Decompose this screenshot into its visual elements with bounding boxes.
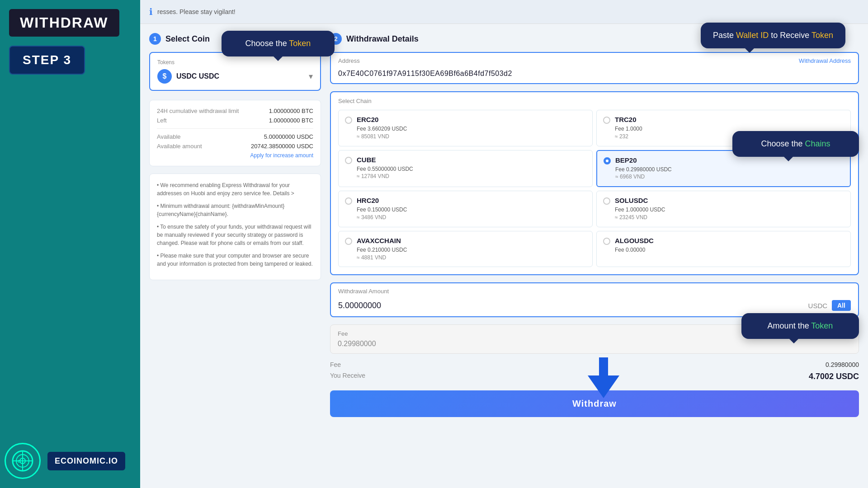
summary-fee-value: 0.29980000 [826, 361, 859, 368]
address-value[interactable]: 0x7E40C0761f97A9115f30EA69Bf6a6B4fd7f503… [331, 67, 858, 83]
chain-info-solusdc: SOLUSDC Fee 1.000000 USDC≈ 23245 VND [615, 197, 844, 221]
available-amount-value: 20742.38500000 USDC [251, 143, 313, 150]
sidebar: WITHDRAW STEP 3 e ECOINOMIC.IO [0, 0, 140, 488]
address-type: Withdrawal Address [799, 57, 851, 64]
left-value: 1.00000000 BTC [269, 117, 313, 124]
tooltip-chains-highlight: Chains [805, 139, 830, 148]
token-name: USDC USDC [176, 72, 219, 80]
radio-solusdc[interactable] [603, 197, 610, 205]
limit-value: 1.00000000 BTC [269, 108, 313, 114]
radio-bep20[interactable] [604, 157, 611, 164]
usdc-icon: $ [157, 69, 172, 84]
receive-value: 4.7002 USDC [809, 372, 859, 381]
address-box: Address Withdrawal Address 0x7E40C0761f9… [330, 52, 859, 84]
svg-text:e: e [18, 458, 20, 464]
withdraw-badge: WITHDRAW [9, 9, 119, 37]
chain-info-cube: CUBE Fee 0.55000000 USDC≈ 12784 VND [357, 156, 586, 181]
available-amount-label: Available amount [157, 143, 202, 150]
chain-item-cube[interactable]: CUBE Fee 0.55000000 USDC≈ 12784 VND [338, 150, 593, 188]
chain-name-bep20: BEP20 [615, 156, 844, 164]
chain-name-cube: CUBE [357, 156, 586, 164]
chain-name-hrc20: HRC20 [357, 197, 586, 204]
available-row: Available 5.00000000 USDC [157, 133, 313, 140]
svg-marker-6 [588, 357, 619, 398]
available-value: 5.00000000 USDC [264, 133, 313, 140]
apply-link[interactable]: Apply for increase amount [157, 152, 313, 159]
available-amount-row: Available amount 20742.38500000 USDC [157, 143, 313, 150]
info-box: • We recommend enabling Express Withdraw… [149, 174, 321, 280]
radio-algousdc[interactable] [603, 238, 610, 245]
chain-name-erc20: ERC20 [357, 116, 586, 123]
chain-fee-cube: Fee 0.55000000 USDC≈ 12784 VND [357, 165, 586, 181]
alert-bar: ℹ resses. Please stay vigilant! [140, 0, 868, 24]
chains-container: Select Chain ERC20 Fee 3.660209 USDC≈ 85… [330, 91, 859, 275]
chain-info-bep20: BEP20 Fee 0.29980000 USDC≈ 6968 VND [615, 156, 844, 181]
chain-name-avaxcchain: AVAXCCHAIN [357, 237, 586, 244]
chain-fee-bep20: Fee 0.29980000 USDC≈ 6968 VND [615, 166, 844, 181]
radio-avaxcchain[interactable] [345, 238, 352, 245]
address-label: Address [338, 57, 360, 64]
token-select-label: Tokens [157, 59, 313, 66]
all-button[interactable]: All [832, 300, 851, 311]
amount-box: Withdrawal Amount 5.00000000 USDC All [330, 282, 859, 317]
chain-item-erc20[interactable]: ERC20 Fee 3.660209 USDC≈ 85081 VND [338, 110, 593, 146]
limit-row: 24H cumulative withdrawal limit 1.000000… [157, 108, 313, 114]
amount-label: Withdrawal Amount [331, 283, 858, 296]
chain-fee-hrc20: Fee 0.150000 USDC≈ 3486 VND [357, 206, 586, 221]
info-text-4: • Please make sure that your computer an… [157, 252, 313, 268]
radio-trc20[interactable] [603, 117, 610, 124]
alert-text: resses. Please stay vigilant! [157, 8, 236, 15]
radio-hrc20[interactable] [345, 197, 352, 205]
tooltip-amount-token: Amount the Token [741, 313, 859, 339]
chain-name-algousdc: ALGOUSDC [615, 237, 844, 244]
summary-fee-label: Fee [330, 361, 341, 368]
tooltip-amount-highlight: Token [811, 321, 833, 330]
tooltip-token-highlight2: Token [811, 31, 833, 40]
left-label: Left [157, 117, 167, 124]
chain-name-trc20: TRC20 [615, 116, 844, 123]
fee-display-value: 0.29980000 [338, 340, 851, 348]
main-content: ℹ resses. Please stay vigilant! 1 Select… [140, 0, 868, 488]
select-coin-label: Select Coin [165, 34, 210, 44]
logo-icon: e [5, 443, 41, 479]
amount-currency: USDC [808, 302, 828, 310]
token-select-box[interactable]: Tokens $ USDC USDC ▾ [149, 52, 321, 91]
radio-erc20[interactable] [345, 117, 352, 124]
logo-area: e ECOINOMIC.IO [5, 443, 125, 479]
amount-value[interactable]: 5.00000000 [338, 301, 804, 310]
stats-box: 24H cumulative withdrawal limit 1.000000… [149, 100, 321, 166]
limit-label: 24H cumulative withdrawal limit [157, 108, 239, 114]
tooltip-choose-token: Choose the Token [222, 31, 335, 56]
tooltip-paste-wallet: Paste Wallet ID to Receive Token [701, 23, 845, 48]
receive-label: You Receive [330, 372, 365, 381]
big-arrow-down [588, 357, 619, 400]
chevron-down-icon: ▾ [309, 71, 313, 81]
chain-fee-erc20: Fee 3.660209 USDC≈ 85081 VND [357, 125, 586, 141]
token-select-inner: $ USDC USDC ▾ [157, 69, 313, 84]
chain-fee-algousdc: Fee 0.00000 [615, 246, 844, 254]
chain-info-avaxcchain: AVAXCCHAIN Fee 0.210000 USDC≈ 4881 VND [357, 237, 586, 262]
tooltip-wallet-id-highlight: Wallet ID [736, 31, 769, 40]
info-text-3: • To ensure the safety of your funds, yo… [157, 223, 313, 247]
chain-item-hrc20[interactable]: HRC20 Fee 0.150000 USDC≈ 3486 VND [338, 191, 593, 227]
chain-fee-solusdc: Fee 1.000000 USDC≈ 23245 VND [615, 206, 844, 221]
right-panel: 2 Withdrawal Details Address Withdrawal … [330, 33, 859, 480]
chain-info-erc20: ERC20 Fee 3.660209 USDC≈ 85081 VND [357, 116, 586, 141]
tooltip-token-highlight: Token [289, 39, 311, 48]
available-label: Available [157, 133, 181, 140]
chain-info-algousdc: ALGOUSDC Fee 0.00000 [615, 237, 844, 254]
address-header: Address Withdrawal Address [331, 53, 858, 67]
content-wrapper: 1 Select Coin Tokens $ USDC USDC ▾ 24H c… [140, 24, 868, 488]
radio-cube[interactable] [345, 157, 352, 164]
logo-text: ECOINOMIC.IO [47, 452, 125, 470]
left-panel: 1 Select Coin Tokens $ USDC USDC ▾ 24H c… [149, 33, 321, 480]
step-badge: STEP 3 [9, 46, 85, 75]
token-icon-name: $ USDC USDC [157, 69, 219, 84]
chains-label: Select Chain [331, 92, 858, 108]
step-number-1: 1 [149, 33, 161, 45]
info-text-2: • Minimum withdrawal amount: {withdrawMi… [157, 202, 313, 218]
chain-item-algousdc[interactable]: ALGOUSDC Fee 0.00000 [596, 231, 851, 267]
chain-item-solusdc[interactable]: SOLUSDC Fee 1.000000 USDC≈ 23245 VND [596, 191, 851, 227]
left-row: Left 1.00000000 BTC [157, 117, 313, 124]
chain-item-avaxcchain[interactable]: AVAXCCHAIN Fee 0.210000 USDC≈ 4881 VND [338, 231, 593, 267]
